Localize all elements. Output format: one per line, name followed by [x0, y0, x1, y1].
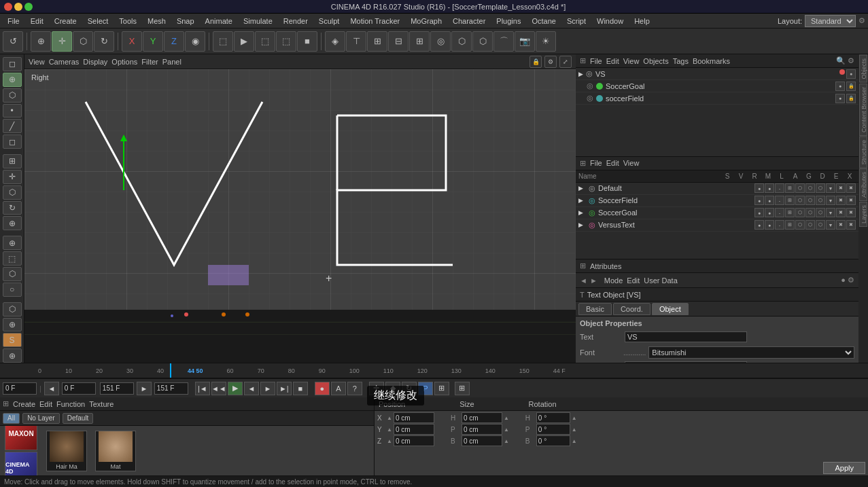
transport-auto-key[interactable]: A — [331, 382, 346, 395]
scale-tool-button[interactable]: ⬡ — [3, 185, 22, 200]
live-select-button[interactable]: ⊕ — [3, 236, 22, 250]
mat-thumb-hair[interactable]: Hair Ma — [46, 431, 87, 471]
transport-next-frame[interactable]: ► — [260, 382, 275, 395]
mat-x-default[interactable]: ✖ — [846, 183, 856, 193]
menu-render[interactable]: Render — [279, 16, 313, 26]
mat-m-vt[interactable]: ⊞ — [785, 220, 795, 230]
obj-menu-view[interactable]: View — [623, 57, 640, 65]
camera-button[interactable]: 📷 — [515, 31, 535, 52]
mat-d-sf[interactable]: ▼ — [826, 196, 835, 205]
mat-d-sg[interactable]: ▼ — [826, 208, 835, 217]
mat-m-default[interactable]: ⊞ — [785, 183, 795, 193]
loop-select-button[interactable]: ○ — [3, 283, 22, 297]
obj-lock-field[interactable]: 🔒 — [846, 94, 856, 103]
paint-button[interactable]: ⬡ — [3, 302, 22, 317]
menu-script[interactable]: Script — [562, 16, 591, 26]
undo-button[interactable]: ↺ — [3, 31, 23, 52]
vp-maximize-icon[interactable]: ⤢ — [559, 56, 572, 68]
front-view-button[interactable]: ⊞ — [367, 31, 387, 52]
transport-move-icon[interactable]: ✛ — [369, 382, 384, 395]
maximize-button[interactable] — [24, 3, 33, 11]
mat-g-vt[interactable]: ⬡ — [816, 220, 825, 230]
attr-next-icon[interactable]: ► — [590, 276, 597, 285]
menu-simulate[interactable]: Simulate — [239, 16, 277, 26]
mat-a-sg[interactable]: ⬡ — [805, 208, 815, 217]
prev-frame-input[interactable] — [62, 382, 96, 395]
layout-select[interactable]: Standard — [805, 15, 856, 27]
obj-expand-vs[interactable]: ▶ — [578, 71, 583, 77]
mat-l-vt[interactable]: ⬡ — [795, 220, 805, 230]
mat-d-default[interactable]: ▼ — [826, 183, 835, 193]
menu-plugins[interactable]: Plugins — [491, 16, 525, 26]
mat-row-default[interactable]: ▶ ◎ Default ● ● - ⊞ ⬡ ⬡ ⬡ ▼ ✖ — [576, 183, 858, 195]
transport-question-btn[interactable]: ? — [347, 382, 362, 395]
attr-settings-icon[interactable]: ⚙ — [848, 276, 854, 285]
psr-h-rot-input[interactable] — [536, 412, 570, 423]
top-view-button[interactable]: ⊤ — [346, 31, 366, 52]
model-mode-button[interactable]: ◻ — [3, 57, 22, 71]
cube-button[interactable]: ⬡ — [472, 31, 493, 52]
obj-menu-file[interactable]: File — [590, 57, 602, 65]
axis-y-button[interactable]: Y — [143, 31, 163, 52]
object-row-vs[interactable]: ▶ ◎ VS ● — [576, 68, 858, 80]
mat-e-sf[interactable]: ✖ — [836, 196, 846, 205]
menu-select[interactable]: Select — [83, 16, 114, 26]
menu-edit[interactable]: Edit — [26, 16, 48, 26]
mat-l-sg[interactable]: ⬡ — [795, 208, 805, 217]
sphere-button[interactable]: ◎ — [430, 31, 451, 52]
transport-cycle-icon[interactable]: ↻ — [402, 382, 417, 395]
vp-lock-icon[interactable]: 🔒 — [530, 56, 542, 68]
mat-menu-edit[interactable]: Edit — [606, 159, 619, 167]
mat-e-sg[interactable]: ✖ — [836, 208, 846, 217]
rotate-button[interactable]: ↻ — [94, 31, 114, 52]
transport-next-icon[interactable]: ► — [137, 382, 152, 395]
transport-prev-frame[interactable]: ◄◄ — [211, 382, 226, 395]
attr-mode-mode[interactable]: Mode — [604, 276, 623, 285]
four-view-button[interactable]: ⊞ — [409, 31, 430, 52]
axis-tool-button[interactable]: ⊕ — [3, 216, 22, 230]
mat-a-default[interactable]: ⬡ — [805, 183, 815, 193]
mat-v-vt[interactable]: ● — [765, 220, 774, 230]
mat-s-sg[interactable]: ● — [754, 208, 764, 217]
mat-m-sf[interactable]: ⊞ — [785, 196, 795, 205]
psr-p-input[interactable] — [462, 424, 502, 435]
mat-r-vt[interactable]: - — [775, 220, 784, 230]
mat-g-sf[interactable]: ⬡ — [816, 196, 825, 205]
perspective-button[interactable]: ◈ — [325, 31, 345, 52]
mat-a-sf[interactable]: ⬡ — [805, 196, 815, 205]
edge-mode-button[interactable]: ╱ — [3, 119, 22, 133]
obj-vis-field[interactable]: ● — [835, 94, 845, 103]
vp-menu-options[interactable]: Options — [111, 58, 137, 66]
transport-play-rev-btn[interactable]: ◄ — [244, 382, 259, 395]
psr-x-arrow-up[interactable]: ▲ — [387, 415, 392, 421]
mat-e-default[interactable]: ✖ — [836, 183, 846, 193]
rotate-tool-button[interactable]: ↻ — [3, 201, 22, 215]
menu-file[interactable]: File — [3, 16, 24, 26]
polygon-mode-button[interactable]: ◻ — [3, 134, 22, 149]
mat-a-vt[interactable]: ⬡ — [805, 220, 815, 230]
psr-y-pos-input[interactable] — [394, 424, 434, 435]
filter-nolayer-btn[interactable]: No Layer — [22, 413, 60, 424]
mat-toolbar-edit[interactable]: Edit — [39, 400, 52, 408]
obj-lock-goal[interactable]: 🔒 — [846, 82, 856, 91]
mat-s-sf[interactable]: ● — [754, 196, 764, 205]
obj-vis-icon-vs[interactable]: ● — [846, 69, 856, 79]
obj-settings-icon[interactable]: ⚙ — [848, 56, 854, 65]
psr-b-rot-input[interactable] — [536, 435, 570, 446]
attr-tab-coord[interactable]: Coord. — [613, 303, 650, 315]
attr-tab-basic[interactable]: Basic — [578, 303, 612, 315]
mat-v-default[interactable]: ● — [765, 183, 774, 193]
timeline-playhead[interactable] — [170, 363, 171, 378]
psr-b-arrow[interactable]: ▲ — [504, 438, 509, 444]
mat-g-sg[interactable]: ⬡ — [816, 208, 825, 217]
attr-font-select[interactable]: Bitsumishi — [648, 346, 854, 359]
attr-rec-icon[interactable]: ● — [841, 276, 846, 285]
mat-r-sf[interactable]: - — [775, 196, 784, 205]
psr-b-rot-arrow[interactable]: ▲ — [572, 438, 577, 444]
mat-x-vt[interactable]: ✖ — [846, 220, 856, 230]
mat-r-sg[interactable]: - — [775, 208, 784, 217]
psr-p-arrow[interactable]: ▲ — [504, 427, 509, 433]
psr-y-arrow-up[interactable]: ▲ — [387, 427, 392, 433]
transport-snap-icon[interactable]: P — [418, 382, 433, 395]
mat-s-vt[interactable]: ● — [754, 220, 764, 230]
